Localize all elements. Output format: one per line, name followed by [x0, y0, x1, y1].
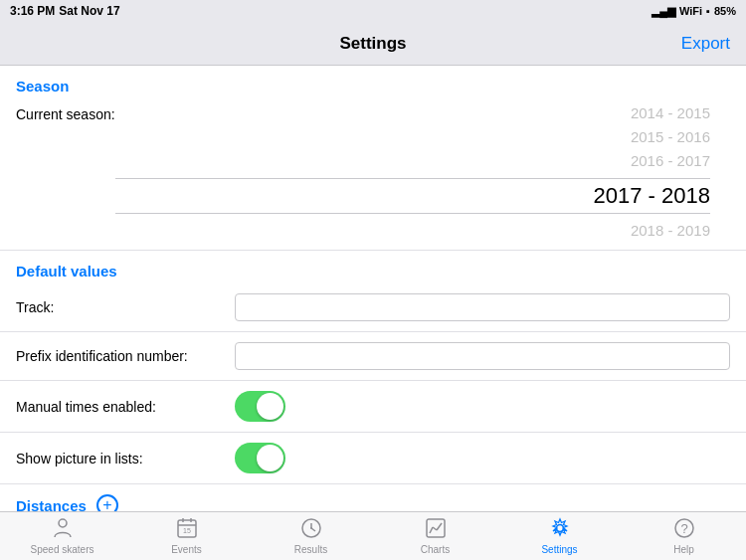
show-picture-label: Show picture in lists: [16, 451, 235, 467]
season-2018-2019[interactable]: 2018 - 2019 [631, 220, 710, 242]
manual-times-toggle[interactable] [235, 391, 285, 422]
status-time: 3:16 PM [10, 4, 55, 18]
export-button[interactable]: Export [681, 34, 730, 54]
season-row: Current season: 2014 - 2015 2015 - 2016 … [0, 98, 746, 251]
svg-rect-10 [427, 519, 445, 537]
season-divider-bottom [115, 213, 710, 214]
tab-settings[interactable]: Settings [497, 517, 622, 555]
tab-events-label: Events [171, 544, 202, 555]
nav-title: Settings [339, 34, 406, 54]
season-2014-2015[interactable]: 2014 - 2015 [631, 102, 710, 124]
distances-header-row: Distances + [0, 484, 746, 511]
svg-line-13 [437, 523, 442, 530]
help-icon: ? [673, 517, 695, 542]
tab-skaters-label: Speed skaters [31, 544, 94, 555]
battery-icon: ▪ [706, 5, 710, 17]
charts-icon [425, 517, 447, 542]
default-values-section: Default values Track: Prefix identificat… [0, 251, 746, 484]
wifi-icon: ▂▄▆ [652, 5, 675, 18]
tab-settings-label: Settings [541, 544, 577, 555]
tab-speed-skaters[interactable]: Speed skaters [0, 517, 124, 555]
default-values-header: Default values [0, 251, 746, 283]
manual-times-row: Manual times enabled: [0, 381, 746, 433]
settings-icon [549, 517, 571, 542]
season-divider-top [115, 178, 710, 179]
status-bar: 3:16 PM Sat Nov 17 ▂▄▆ WiFi ▪ 85% [0, 0, 746, 22]
season-picker[interactable]: 2014 - 2015 2015 - 2016 2016 - 2017 2017… [115, 102, 730, 242]
svg-text:?: ? [680, 521, 687, 536]
show-picture-toggle[interactable] [235, 443, 285, 473]
show-picture-thumb [257, 445, 283, 471]
track-label: Track: [16, 299, 235, 315]
track-row: Track: [0, 283, 746, 332]
nav-bar: Settings Export [0, 22, 746, 66]
tab-charts-label: Charts [421, 544, 450, 555]
svg-point-14 [556, 525, 563, 532]
wifi-label: WiFi [679, 5, 702, 17]
season-2015-2016[interactable]: 2015 - 2016 [631, 126, 710, 148]
battery-label: 85% [714, 5, 736, 17]
status-indicators: ▂▄▆ WiFi ▪ 85% [652, 5, 736, 18]
svg-text:15: 15 [183, 527, 191, 534]
distances-label: Distances [16, 497, 87, 512]
events-icon: 15 [176, 517, 198, 542]
tab-help-label: Help [673, 544, 694, 555]
show-picture-track [235, 443, 285, 473]
tab-help[interactable]: ? Help [622, 517, 746, 555]
manual-times-thumb [257, 393, 283, 420]
prefix-input[interactable] [235, 342, 730, 370]
prefix-row: Prefix identification number: [0, 332, 746, 381]
tab-results-label: Results [294, 544, 327, 555]
season-2016-2017[interactable]: 2016 - 2017 [631, 150, 710, 172]
current-season-label: Current season: [16, 102, 115, 122]
track-input[interactable] [235, 293, 730, 321]
svg-point-0 [59, 519, 67, 527]
manual-times-track [235, 391, 285, 422]
add-distance-button[interactable]: + [96, 494, 118, 511]
tab-charts[interactable]: Charts [373, 517, 497, 555]
results-icon [300, 517, 322, 542]
prefix-label: Prefix identification number: [16, 348, 235, 364]
distances-section: Distances + 100 meters 300 meters 500 me… [0, 484, 746, 511]
status-date: Sat Nov 17 [59, 4, 119, 18]
skaters-icon [52, 517, 74, 542]
svg-line-11 [430, 527, 433, 533]
manual-times-label: Manual times enabled: [16, 399, 235, 415]
season-2017-2018[interactable]: 2017 - 2018 [594, 185, 710, 207]
tab-bar: Speed skaters 15 Events Results [0, 511, 746, 560]
show-picture-row: Show picture in lists: [0, 433, 746, 484]
tab-results[interactable]: Results [249, 517, 373, 555]
season-section: Season Current season: 2014 - 2015 2015 … [0, 66, 746, 251]
main-content: Season Current season: 2014 - 2015 2015 … [0, 66, 746, 511]
svg-point-9 [310, 527, 312, 529]
season-section-header: Season [0, 66, 746, 98]
status-time-date: 3:16 PM Sat Nov 17 [10, 4, 120, 18]
tab-events[interactable]: 15 Events [124, 517, 249, 555]
